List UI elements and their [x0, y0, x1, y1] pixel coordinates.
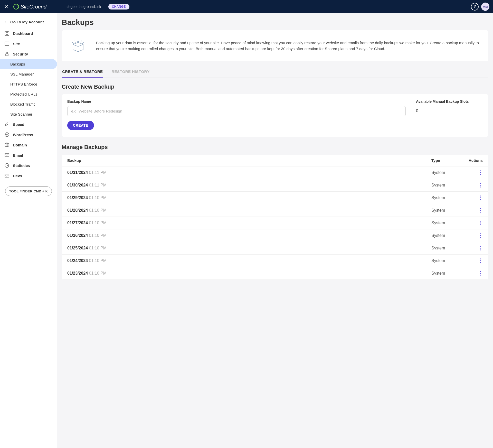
sidebar-sub-label: SSL Manager	[10, 72, 34, 76]
close-icon[interactable]: ✕	[4, 4, 9, 10]
backup-cell: 01/26/2024 01:10 PM	[67, 233, 431, 238]
change-button[interactable]: CHANGE	[108, 4, 129, 10]
kebab-dot-icon	[480, 273, 481, 274]
backup-date: 01/24/2024	[67, 258, 88, 263]
logo[interactable]: SiteGround	[13, 4, 46, 10]
backups-table: Backup Type Actions 01/31/2024 01:11 PM …	[62, 155, 488, 280]
kebab-dot-icon	[480, 221, 481, 222]
page-title: Backups	[62, 18, 488, 27]
sidebar-sub-blocked-traffic[interactable]: Blocked Traffic	[0, 99, 57, 109]
sidebar-sub-label: Site Scanner	[10, 112, 32, 116]
avatar[interactable]: MM	[481, 3, 489, 11]
speed-icon	[5, 122, 9, 127]
kebab-dot-icon	[480, 174, 481, 175]
backup-cell: 01/24/2024 01:10 PM	[67, 258, 431, 263]
tool-finder-button[interactable]: TOOL FINDER CMD + K	[5, 186, 52, 196]
backup-date: 01/31/2024	[67, 170, 88, 175]
kebab-dot-icon	[480, 235, 481, 236]
intro-text: Backing up your data is essential for th…	[96, 40, 482, 52]
sidebar-sub-site-scanner[interactable]: Site Scanner	[0, 109, 57, 119]
svg-rect-6	[6, 54, 8, 56]
create-heading: Create New Backup	[62, 83, 488, 90]
row-actions-button[interactable]	[478, 271, 483, 276]
arrow-left-icon: ←	[4, 20, 8, 24]
sidebar-sub-backups[interactable]: Backups	[0, 59, 57, 69]
row-actions-button[interactable]	[478, 258, 483, 263]
slots-label: Available Manual Backup Slots	[416, 99, 483, 104]
svg-rect-1	[7, 31, 9, 33]
main-content: Backups Backing up your data is essentia…	[57, 13, 493, 448]
sidebar-item-label: Security	[13, 52, 28, 56]
tabs: CREATE & RESTORE RESTORE HISTORY	[62, 66, 488, 78]
sidebar-item-speed[interactable]: Speed	[0, 119, 57, 129]
kebab-dot-icon	[480, 197, 481, 198]
backup-cell: 01/25/2024 01:10 PM	[67, 246, 431, 250]
sidebar-item-security[interactable]: Security	[0, 49, 57, 59]
intro-card: Backing up your data is essential for th…	[62, 30, 488, 61]
sidebar-sub-ssl[interactable]: SSL Manager	[0, 69, 57, 79]
table-row: 01/25/2024 01:10 PM System	[62, 242, 488, 255]
backup-type: System	[431, 233, 462, 238]
sidebar-item-domain[interactable]: Domain	[0, 140, 57, 150]
sidebar-sub-protected-urls[interactable]: Protected URLs	[0, 89, 57, 99]
table-row: 01/26/2024 01:10 PM System	[62, 229, 488, 242]
sidebar-item-statistics[interactable]: Statistics	[0, 160, 57, 171]
row-actions-button[interactable]	[478, 220, 483, 226]
backup-time: 01:10 PM	[89, 208, 107, 212]
sidebar-sub-https[interactable]: HTTPS Enforce	[0, 79, 57, 89]
backup-date: 01/25/2024	[67, 246, 88, 250]
back-to-account[interactable]: ← Go To My Account	[0, 17, 57, 28]
row-actions-button[interactable]	[478, 183, 483, 188]
domain-icon	[5, 143, 9, 147]
sidebar-item-email[interactable]: Email	[0, 150, 57, 160]
kebab-dot-icon	[480, 271, 481, 272]
tab-create-restore[interactable]: CREATE & RESTORE	[62, 66, 103, 78]
row-actions-button[interactable]	[478, 195, 483, 200]
row-actions-button[interactable]	[478, 233, 483, 238]
backup-type: System	[431, 271, 462, 276]
row-actions-button[interactable]	[478, 170, 483, 175]
sidebar-item-devs[interactable]: Devs	[0, 171, 57, 181]
kebab-dot-icon	[480, 224, 481, 225]
sidebar-item-label: Domain	[13, 143, 27, 147]
backup-date: 01/26/2024	[67, 233, 88, 238]
help-icon[interactable]: ?	[471, 3, 479, 11]
backup-cell: 01/31/2024 01:11 PM	[67, 170, 431, 175]
row-actions-button[interactable]	[478, 208, 483, 213]
manage-heading: Manage Backups	[62, 144, 488, 151]
sidebar-item-label: Statistics	[13, 163, 30, 168]
create-button[interactable]: CREATE	[67, 121, 94, 130]
col-actions: Actions	[462, 158, 483, 163]
backup-time: 01:11 PM	[89, 170, 107, 175]
backup-time: 01:10 PM	[89, 221, 107, 225]
backup-type: System	[431, 258, 462, 263]
table-row: 01/30/2024 01:11 PM System	[62, 179, 488, 192]
backup-date: 01/29/2024	[67, 195, 88, 200]
sidebar-item-site[interactable]: Site	[0, 39, 57, 49]
svg-rect-0	[5, 31, 6, 33]
kebab-dot-icon	[480, 248, 481, 249]
kebab-dot-icon	[480, 172, 481, 173]
kebab-dot-icon	[480, 275, 481, 276]
backup-date: 01/30/2024	[67, 183, 88, 187]
col-backup: Backup	[67, 158, 431, 163]
backup-date: 01/27/2024	[67, 221, 88, 225]
kebab-dot-icon	[480, 199, 481, 200]
back-label: Go To My Account	[10, 20, 44, 24]
logo-text: SiteGround	[21, 4, 46, 10]
sidebar-item-label: Dashboard	[13, 31, 33, 36]
backup-type: System	[431, 246, 462, 250]
row-actions-button[interactable]	[478, 246, 483, 251]
sidebar-item-label: Speed	[13, 122, 24, 127]
sidebar-item-dashboard[interactable]: Dashboard	[0, 28, 57, 39]
email-icon	[5, 153, 9, 157]
sidebar-sub-label: HTTPS Enforce	[10, 82, 37, 86]
sidebar-item-label: Email	[13, 153, 23, 157]
backup-name-label: Backup Name	[67, 99, 406, 104]
tab-restore-history[interactable]: RESTORE HISTORY	[111, 66, 150, 78]
kebab-dot-icon	[480, 195, 481, 197]
backup-box-icon	[68, 35, 88, 56]
sidebar-item-wordpress[interactable]: WordPress	[0, 129, 57, 140]
backup-time: 01:10 PM	[89, 195, 107, 200]
backup-name-input[interactable]	[67, 106, 406, 116]
